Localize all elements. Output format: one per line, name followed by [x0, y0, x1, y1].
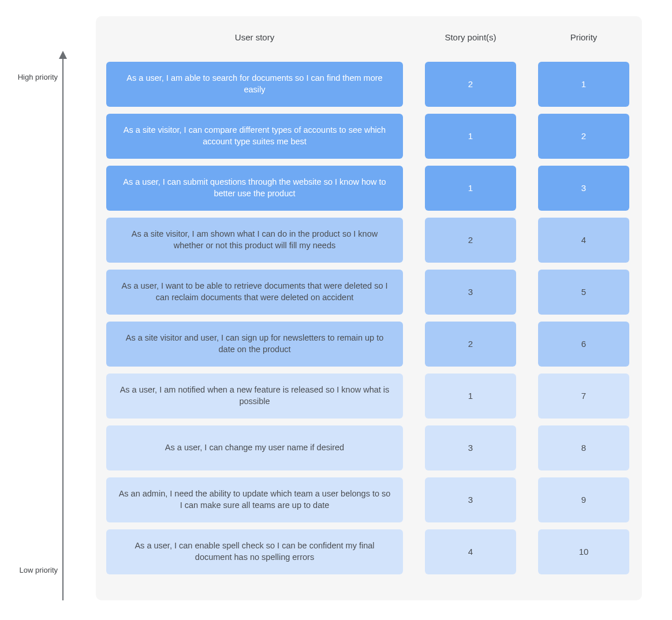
- story-cell[interactable]: As a user, I can enable spell check so I…: [106, 529, 403, 574]
- story-cell[interactable]: As an admin, I need the ability to updat…: [106, 477, 403, 522]
- story-row: As a user, I can enable spell check so I…: [106, 529, 632, 574]
- points-cell[interactable]: 2: [425, 322, 516, 367]
- story-row: As a user, I can submit questions throug…: [106, 166, 632, 211]
- priority-axis: High priority Low priority: [12, 52, 92, 600]
- story-row: As a user, I am notified when a new feat…: [106, 374, 632, 419]
- priority-cell[interactable]: 3: [538, 166, 629, 211]
- story-rows: As a user, I am able to search for docum…: [106, 62, 632, 574]
- header-story-points: Story point(s): [425, 32, 516, 42]
- priority-cell[interactable]: 9: [538, 477, 629, 522]
- points-cell[interactable]: 2: [425, 62, 516, 107]
- header-row: User story Story point(s) Priority: [106, 27, 632, 42]
- axis-line: [62, 52, 64, 600]
- story-cell[interactable]: As a site visitor, I can compare differe…: [106, 114, 403, 159]
- priority-cell[interactable]: 1: [538, 62, 629, 107]
- priority-cell[interactable]: 8: [538, 425, 629, 470]
- priority-cell[interactable]: 2: [538, 114, 629, 159]
- story-cell[interactable]: As a site visitor, I am shown what I can…: [106, 218, 403, 263]
- story-cell[interactable]: As a user, I can change my user name if …: [106, 425, 403, 470]
- story-row: As a site visitor and user, I can sign u…: [106, 322, 632, 367]
- story-cell[interactable]: As a user, I can submit questions throug…: [106, 166, 403, 211]
- story-cell[interactable]: As a user, I am notified when a new feat…: [106, 374, 403, 419]
- axis-label-high: High priority: [12, 73, 58, 81]
- points-cell[interactable]: 3: [425, 425, 516, 470]
- story-row: As an admin, I need the ability to updat…: [106, 477, 632, 522]
- points-cell[interactable]: 3: [425, 270, 516, 315]
- points-cell[interactable]: 2: [425, 218, 516, 263]
- priority-cell[interactable]: 7: [538, 374, 629, 419]
- backlog-panel: User story Story point(s) Priority As a …: [96, 16, 642, 600]
- header-priority: Priority: [538, 32, 629, 42]
- points-cell[interactable]: 4: [425, 529, 516, 574]
- story-cell[interactable]: As a user, I want to be able to retrieve…: [106, 270, 403, 315]
- story-cell[interactable]: As a user, I am able to search for docum…: [106, 62, 403, 107]
- priority-cell[interactable]: 6: [538, 322, 629, 367]
- points-cell[interactable]: 3: [425, 477, 516, 522]
- points-cell[interactable]: 1: [425, 114, 516, 159]
- priority-cell[interactable]: 4: [538, 218, 629, 263]
- story-row: As a site visitor, I am shown what I can…: [106, 218, 632, 263]
- priority-cell[interactable]: 5: [538, 270, 629, 315]
- story-row: As a user, I can change my user name if …: [106, 425, 632, 470]
- axis-label-low: Low priority: [12, 566, 58, 574]
- header-user-story: User story: [106, 32, 403, 42]
- priority-cell[interactable]: 10: [538, 529, 629, 574]
- story-row: As a user, I want to be able to retrieve…: [106, 270, 632, 315]
- story-row: As a site visitor, I can compare differe…: [106, 114, 632, 159]
- points-cell[interactable]: 1: [425, 166, 516, 211]
- points-cell[interactable]: 1: [425, 374, 516, 419]
- story-cell[interactable]: As a site visitor and user, I can sign u…: [106, 322, 403, 367]
- story-row: As a user, I am able to search for docum…: [106, 62, 632, 107]
